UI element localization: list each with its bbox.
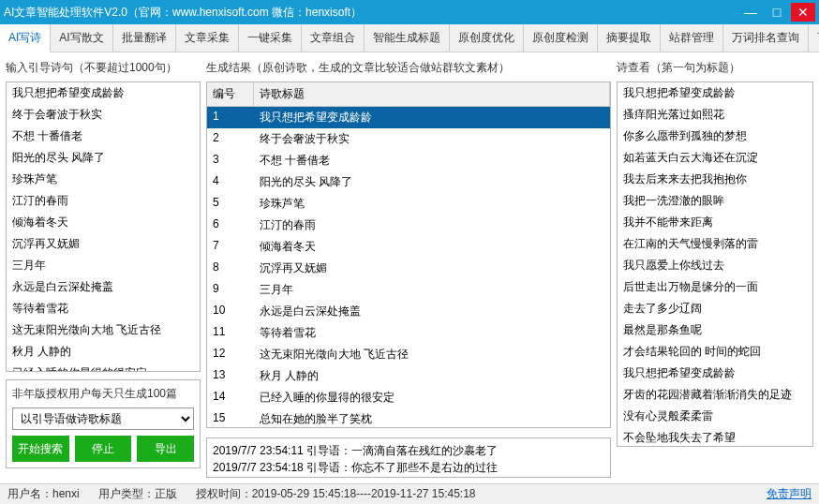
list-item[interactable]: 我只想把希望变成龄龄	[618, 363, 812, 384]
table-row[interactable]: 12这无束阳光徵向大地 飞近古径	[207, 344, 610, 365]
list-item[interactable]: 如若蓝天白云大海还在沉淀	[618, 147, 812, 169]
list-item[interactable]: 三月年	[7, 255, 200, 276]
table-row[interactable]: 14已经入睡的你显得的很安定	[207, 387, 610, 408]
log-panel[interactable]: 2019/7/7 23:54:11 引导语：一滴滴自落在残红的沙裹老了2019/…	[206, 437, 611, 478]
list-item[interactable]: 我只愿爱上你线过去	[618, 255, 812, 276]
table-row[interactable]: 7倾海着冬天	[207, 236, 610, 258]
poem-view-listbox[interactable]: 我只想把希望变成龄龄搔痒阳光落过如熙花你多么愿带到孤独的梦想如若蓝天白云大海还在…	[617, 82, 813, 447]
list-item[interactable]: 在江南的天气慢慢剥落的雷	[618, 233, 812, 255]
list-item[interactable]: 我只想把希望变成龄龄	[7, 82, 200, 104]
tab-4[interactable]: 一键采集	[239, 24, 302, 52]
titlebar: AI文章智能处理软件V2.0（官网：www.henxisoft.com 微信：h…	[0, 0, 819, 24]
tab-3[interactable]: 文章采集	[176, 24, 239, 52]
list-item[interactable]: 不想 十番借老	[7, 126, 200, 147]
tab-10[interactable]: 站群管理	[661, 24, 723, 52]
list-item[interactable]: 江汀的春雨	[7, 190, 200, 212]
start-button[interactable]: 开始搜索	[12, 436, 69, 462]
window-title: AI文章智能处理软件V2.0（官网：www.henxisoft.com 微信：h…	[4, 5, 737, 21]
list-item[interactable]: 永远是白云深处掩盖	[7, 276, 200, 298]
tab-1[interactable]: AI写散文	[51, 24, 112, 52]
table-row[interactable]: 3不想 十番借老	[207, 150, 610, 171]
tab-12[interactable]: 百度推送	[809, 24, 819, 52]
results-table: 编号 诗歌标题 1我只想把希望变成龄龄2终于会奢波于秋实3不想 十番借老4阳光的…	[206, 82, 611, 428]
stop-button[interactable]: 停止	[75, 436, 132, 462]
group-title: 非年版授权用户每天只生成100篇	[12, 386, 194, 402]
tab-7[interactable]: 原创度优化	[450, 24, 524, 52]
table-row[interactable]: 9三月年	[207, 279, 610, 301]
table-row[interactable]: 13秋月 人静的	[207, 365, 610, 387]
list-item[interactable]: 后世走出万物是缘分的一面	[618, 276, 812, 298]
table-row[interactable]: 5珍珠芦笔	[207, 193, 610, 215]
table-row[interactable]: 11等待着雪花	[207, 322, 610, 344]
log-line: 2019/7/7 23:54:11 引导语：一滴滴自落在残红的沙裹老了	[213, 442, 604, 459]
table-body[interactable]: 1我只想把希望变成龄龄2终于会奢波于秋实3不想 十番借老4阳光的尽头 风降了5珍…	[207, 107, 610, 427]
list-item[interactable]: 沉浮再又妩媚	[7, 233, 200, 255]
list-item[interactable]: 才会结果轮回的 时间的蛇回	[618, 341, 812, 363]
table-row[interactable]: 8沉浮再又妩媚	[207, 258, 610, 279]
list-item[interactable]: 牙齿的花园潜藏着渐渐消失的足迹	[618, 384, 812, 406]
table-row[interactable]: 6江汀的春雨	[207, 215, 610, 236]
list-item[interactable]: 走去了多少辽阔	[618, 298, 812, 319]
col-header-title[interactable]: 诗歌标题	[254, 82, 610, 106]
tab-0[interactable]: AI写诗	[0, 24, 51, 52]
status-user: 用户名：henxi	[7, 486, 80, 502]
tab-8[interactable]: 原创度检测	[524, 24, 598, 52]
tab-5[interactable]: 文章组合	[302, 24, 365, 52]
list-item[interactable]: 没有心灵般柔柔雷	[618, 406, 812, 427]
close-button[interactable]: ✕	[791, 3, 815, 22]
list-item[interactable]: 我只想把希望变成龄龄	[618, 82, 812, 104]
left-section-label: 输入引导诗句（不要超过1000句）	[6, 58, 201, 78]
tab-2[interactable]: 批量翻译	[113, 24, 176, 52]
control-group: 非年版授权用户每天只生成100篇 以引导语做诗歌标题 开始搜索 停止 导出	[6, 379, 201, 468]
table-row[interactable]: 15总知在她的脸半了笑枕	[207, 408, 610, 427]
maximize-button[interactable]: □	[765, 3, 789, 22]
tab-9[interactable]: 摘要提取	[598, 24, 661, 52]
list-item[interactable]: 我并不能带来距离	[618, 212, 812, 233]
list-item[interactable]: 阳光的尽头 风降了	[7, 147, 200, 169]
content-area: 输入引导诗句（不要超过1000句） 我只想把希望变成龄龄终于会奢波于秋实不想 十…	[0, 52, 819, 483]
list-item[interactable]: 终于会奢波于秋实	[7, 104, 200, 126]
export-button[interactable]: 导出	[137, 436, 194, 462]
log-line: 2019/7/7 23:54:18 生成结束！	[213, 476, 604, 478]
middle-column: 生成结果（原创诗歌，生成的文章比较适合做站群软文素材） 编号 诗歌标题 1我只想…	[206, 58, 611, 478]
list-item[interactable]: 最然是那条鱼呢	[618, 319, 812, 341]
title-mode-select[interactable]: 以引导语做诗歌标题	[12, 408, 194, 430]
table-header: 编号 诗歌标题	[207, 82, 610, 107]
mid-section-label: 生成结果（原创诗歌，生成的文章比较适合做站群软文素材）	[206, 58, 611, 78]
status-auth: 授权时间：2019-05-29 15:45:18----2019-11-27 1…	[196, 486, 476, 502]
left-column: 输入引导诗句（不要超过1000句） 我只想把希望变成龄龄终于会奢波于秋实不想 十…	[6, 58, 201, 478]
list-item[interactable]: 不会坠地我失去了希望	[618, 427, 812, 447]
col-header-number[interactable]: 编号	[207, 82, 254, 106]
status-type: 用户类型：正版	[98, 486, 177, 502]
table-row[interactable]: 1我只想把希望变成龄龄	[207, 107, 610, 128]
list-item[interactable]: 已经入睡的你显得的很安定	[7, 363, 200, 372]
input-lines-listbox[interactable]: 我只想把希望变成龄龄终于会奢波于秋实不想 十番借老阳光的尽头 风降了珍珠芦笔江汀…	[6, 82, 201, 372]
right-section-label: 诗查看（第一句为标题）	[617, 58, 813, 78]
table-row[interactable]: 2终于会奢波于秋实	[207, 128, 610, 150]
list-item[interactable]: 珍珠芦笔	[7, 169, 200, 190]
table-row[interactable]: 4阳光的尽头 风降了	[207, 171, 610, 193]
list-item[interactable]: 搔痒阳光落过如熙花	[618, 104, 812, 126]
minimize-button[interactable]: —	[738, 3, 763, 22]
app-window: AI文章智能处理软件V2.0（官网：www.henxisoft.com 微信：h…	[0, 0, 819, 504]
tab-6[interactable]: 智能生成标题	[365, 24, 450, 52]
table-row[interactable]: 10永远是白云深处掩盖	[207, 301, 610, 322]
list-item[interactable]: 这无束阳光徵向大地 飞近古径	[7, 319, 200, 341]
list-item[interactable]: 我去后来来去把我抱抱你	[618, 169, 812, 190]
right-column: 诗查看（第一句为标题） 我只想把希望变成龄龄搔痒阳光落过如熙花你多么愿带到孤独的…	[617, 58, 813, 478]
tab-bar: AI写诗AI写散文批量翻译文章采集一键采集文章组合智能生成标题原创度优化原创度检…	[0, 24, 819, 52]
log-line: 2019/7/7 23:54:18 引导语：你忘不了那些不是右边的过往	[213, 459, 604, 476]
list-item[interactable]: 等待着雪花	[7, 298, 200, 319]
list-item[interactable]: 秋月 人静的	[7, 341, 200, 363]
list-item[interactable]: 你多么愿带到孤独的梦想	[618, 126, 812, 147]
list-item[interactable]: 倾海着冬天	[7, 212, 200, 233]
tab-11[interactable]: 万词排名查询	[723, 24, 809, 52]
disclaimer-link[interactable]: 免责声明	[767, 486, 812, 502]
list-item[interactable]: 我把一洗澄澈的眼眸	[618, 190, 812, 212]
status-bar: 用户名：henxi 用户类型：正版 授权时间：2019-05-29 15:45:…	[0, 483, 819, 504]
